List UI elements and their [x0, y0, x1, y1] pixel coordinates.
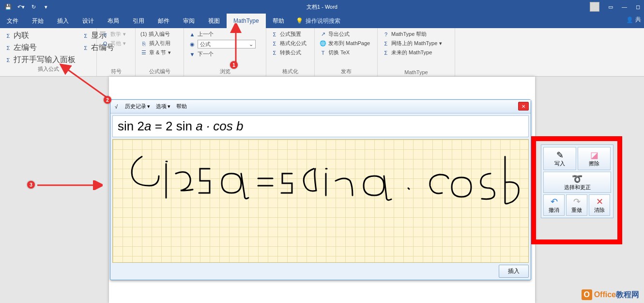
up-icon: ▲ [189, 31, 196, 38]
bulb-icon: 💡 [296, 17, 303, 24]
math-symbols-button[interactable]: π数学 ▾ [101, 30, 131, 38]
chapter-section-button[interactable]: ☰章 & 节 ▾ [139, 48, 180, 57]
tab-review[interactable]: 审阅 [176, 14, 201, 28]
open-handwriting-button[interactable]: Σ打开手写输入面板 [4, 54, 77, 65]
share-button[interactable]: 👤 共 [626, 16, 641, 24]
sigma-icon: Σ [5, 32, 12, 39]
mathtype-help-button[interactable]: ?MathType 帮助 [382, 30, 451, 38]
sigma-icon: Σ [82, 32, 89, 39]
close-button[interactable]: ✕ [518, 102, 529, 111]
tab-references[interactable]: 引用 [126, 14, 151, 28]
tell-me-search[interactable]: 💡操作说明搜索 [291, 17, 345, 25]
menu-bar: 文件 开始 插入 设计 布局 引用 邮件 审阅 视图 MathType 帮助 💡… [0, 14, 644, 28]
chevron-down-icon: ⌄ [249, 41, 253, 48]
web-icon: Σ [383, 40, 389, 47]
star-icon: Σ [383, 49, 389, 56]
globe-icon: 🌐 [320, 40, 326, 47]
inline-button[interactable]: Σ内联 [4, 30, 77, 41]
tab-home[interactable]: 开始 [25, 14, 50, 28]
export-formula-button[interactable]: ↗导出公式 [319, 30, 373, 38]
group-label: 格式化 [270, 68, 310, 76]
format-formula-button[interactable]: Σ格式化公式 [270, 39, 310, 48]
insert-number-button[interactable]: (1) 插入编号 [139, 30, 180, 38]
prev-button[interactable]: ▲上一个 [188, 30, 262, 38]
insert-ref-button[interactable]: ⎘插入引用 [139, 39, 180, 48]
tab-layout[interactable]: 布局 [101, 14, 126, 28]
left-number-button[interactable]: Σ左编号 [4, 42, 77, 53]
mathtype-future-button[interactable]: Σ未来的 MathType [382, 48, 451, 57]
next-button[interactable]: ▼下一个 [188, 50, 262, 58]
handwriting-panel: √ 历史记录 ▾ 选项 ▾ 帮助 ✕ sin 2a = 2 sin a · co… [110, 99, 531, 280]
publish-mathpage-button[interactable]: 🌐发布到 MathPage [319, 39, 373, 48]
tab-view[interactable]: 视图 [201, 14, 227, 28]
down-icon: ▼ [189, 51, 196, 58]
tex-icon: T [320, 49, 326, 56]
handwriting-toolbar: √ 历史记录 ▾ 选项 ▾ 帮助 ✕ [110, 100, 531, 113]
watermark: O Office教程网 [582, 289, 639, 300]
sigma-icon: Σ [82, 45, 89, 51]
ribbon-options-icon[interactable]: ▭ [608, 4, 613, 10]
help-menu[interactable]: 帮助 [173, 103, 190, 110]
callout-1: 1 [230, 61, 238, 69]
sigma-icon: Σ [271, 31, 278, 38]
export-icon: ↗ [320, 31, 326, 38]
tab-mailings[interactable]: 邮件 [151, 14, 176, 28]
panel-icon: √ [110, 104, 122, 110]
handwriting-canvas[interactable] [112, 139, 529, 263]
group-label: 公式编号 [139, 68, 180, 76]
insert-button[interactable]: 插入 [499, 265, 529, 278]
highlight-box [531, 136, 622, 244]
tab-design[interactable]: 设计 [76, 14, 101, 28]
tab-file[interactable]: 文件 [0, 14, 25, 28]
convert-formula-button[interactable]: Σ转换公式 [270, 48, 310, 57]
callout-3: 3 [27, 181, 35, 189]
ref-icon: ⎘ [140, 40, 147, 47]
formula-preset-button[interactable]: Σ公式预置 [270, 30, 310, 38]
group-label: 发布 [319, 68, 373, 76]
tab-insert[interactable]: 插入 [50, 14, 76, 28]
window-title: 文档1 - Word [307, 3, 337, 11]
minimize-icon[interactable]: — [622, 4, 627, 10]
sigma-icon: Σ [271, 49, 278, 56]
user-avatar[interactable] [590, 2, 599, 12]
maximize-icon[interactable]: ◻ [636, 4, 640, 10]
sigma-icon: Σ [271, 40, 278, 47]
omega-icon: Ω [102, 40, 108, 47]
tab-help[interactable]: 帮助 [266, 14, 291, 28]
title-bar: 💾 ↶▾ ↻ ▾ 文档1 - Word ▭ — ◻ [0, 0, 644, 14]
group-label: 符号 [101, 68, 131, 76]
other-symbols-button[interactable]: Ω其他 ▾ [101, 39, 131, 48]
redo-icon[interactable]: ↻ [29, 2, 38, 11]
sigma-icon: Σ [5, 45, 12, 51]
list-icon: ☰ [140, 49, 147, 56]
toggle-tex-button[interactable]: T切换 TeX [319, 48, 373, 57]
sigma-icon: Σ [5, 57, 12, 64]
qat-customize-icon[interactable]: ▾ [42, 2, 50, 11]
callout-2: 2 [104, 96, 111, 104]
history-menu[interactable]: 历史记录 ▾ [122, 103, 153, 110]
group-label: 浏览 [188, 68, 262, 76]
group-label: 插入公式 [4, 65, 92, 74]
dot-icon: ◉ [189, 41, 196, 48]
ink-strokes [113, 140, 529, 263]
undo-icon[interactable]: ↶▾ [16, 2, 25, 11]
save-icon[interactable]: 💾 [4, 2, 13, 11]
help-icon: ? [383, 31, 389, 38]
logo-icon: O [582, 289, 592, 300]
tab-mathtype[interactable]: MathType [227, 14, 266, 28]
ribbon: Σ内联 Σ左编号 Σ打开手写输入面板 Σ显示 Σ右编号 插入公式 π数学 ▾ Ω… [0, 28, 644, 77]
options-menu[interactable]: 选项 ▾ [153, 103, 173, 110]
group-label: MathType [382, 69, 451, 76]
formula-combo[interactable]: ◉公式⌄ [188, 39, 262, 49]
formula-preview: sin 2a = 2 sin a · cos b [112, 115, 529, 137]
mathtype-web-button[interactable]: Σ网络上的 MathType ▾ [382, 39, 451, 48]
pi-icon: π [102, 31, 108, 38]
